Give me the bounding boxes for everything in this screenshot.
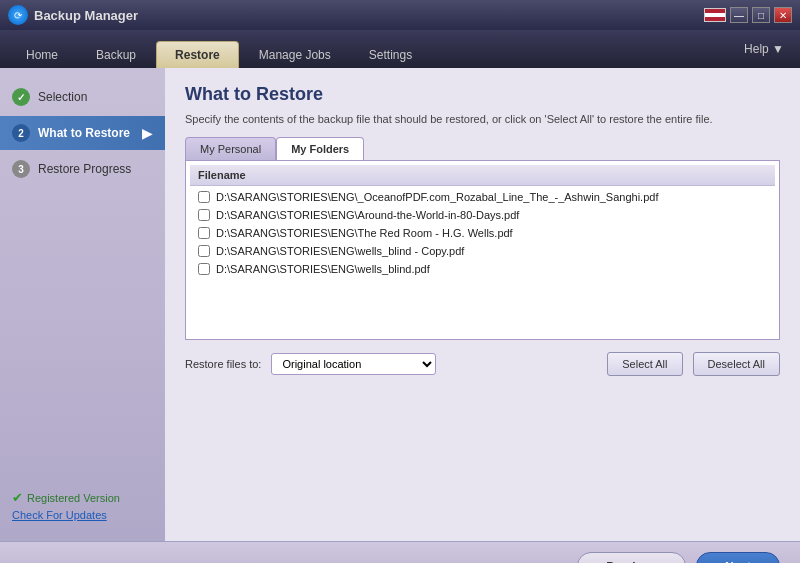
next-button[interactable]: Next (696, 552, 780, 564)
restore-files-label: Restore files to: (185, 358, 261, 370)
tab-home[interactable]: Home (8, 42, 76, 68)
step-label-1: Selection (38, 90, 87, 104)
registered-label: Registered Version (27, 492, 120, 504)
deselect-all-button[interactable]: Deselect All (693, 352, 780, 376)
step-label-3: Restore Progress (38, 162, 131, 176)
help-menu[interactable]: Help ▼ (736, 36, 792, 62)
restore-controls: Restore files to: Original location Sele… (185, 352, 780, 376)
file-path-4: D:\SARANG\STORIES\ENG\wells_blind - Copy… (216, 245, 464, 257)
tab-my-personal[interactable]: My Personal (185, 137, 276, 160)
file-item-2: D:\SARANG\STORIES\ENG\Around-the-World-i… (190, 206, 775, 224)
file-item-1: D:\SARANG\STORIES\ENG\_OceanofPDF.com_Ro… (190, 188, 775, 206)
step-num-3: 3 (12, 160, 30, 178)
main-layout: ✓ Selection 2 What to Restore ▶ 3 Restor… (0, 68, 800, 541)
title-bar-left: ⟳ Backup Manager (8, 5, 138, 25)
check-icon: ✔ (12, 490, 23, 505)
minimize-button[interactable]: — (730, 7, 748, 23)
title-bar-controls: — □ ✕ (704, 7, 792, 23)
file-checkbox-2[interactable] (198, 209, 210, 221)
file-list-container: Filename D:\SARANG\STORIES\ENG\_OceanofP… (185, 160, 780, 340)
app-icon: ⟳ (8, 5, 28, 25)
registered-version: ✔ Registered Version (12, 490, 153, 505)
sidebar-step-selection[interactable]: ✓ Selection (0, 80, 165, 114)
app-title: Backup Manager (34, 8, 138, 23)
previous-button[interactable]: Previous (577, 552, 686, 564)
flag-icon (704, 8, 726, 22)
file-checkbox-3[interactable] (198, 227, 210, 239)
file-checkbox-4[interactable] (198, 245, 210, 257)
step-num-2: 2 (12, 124, 30, 142)
tab-backup[interactable]: Backup (78, 42, 154, 68)
step-label-2: What to Restore (38, 126, 130, 140)
sidebar-step-what-to-restore[interactable]: 2 What to Restore ▶ (0, 116, 165, 150)
maximize-button[interactable]: □ (752, 7, 770, 23)
bottom-nav: Previous Next (0, 541, 800, 563)
file-checkbox-5[interactable] (198, 263, 210, 275)
content-area: What to Restore Specify the contents of … (165, 68, 800, 541)
file-item-3: D:\SARANG\STORIES\ENG\The Red Room - H.G… (190, 224, 775, 242)
tab-manage-jobs[interactable]: Manage Jobs (241, 42, 349, 68)
tab-settings[interactable]: Settings (351, 42, 430, 68)
title-bar: ⟳ Backup Manager — □ ✕ (0, 0, 800, 30)
sidebar-step-restore-progress[interactable]: 3 Restore Progress (0, 152, 165, 186)
file-path-1: D:\SARANG\STORIES\ENG\_OceanofPDF.com_Ro… (216, 191, 658, 203)
nav-bar: Home Backup Restore Manage Jobs Settings… (0, 30, 800, 68)
file-path-3: D:\SARANG\STORIES\ENG\The Red Room - H.G… (216, 227, 513, 239)
select-all-button[interactable]: Select All (607, 352, 682, 376)
file-item-4: D:\SARANG\STORIES\ENG\wells_blind - Copy… (190, 242, 775, 260)
step-num-1: ✓ (12, 88, 30, 106)
file-checkbox-1[interactable] (198, 191, 210, 203)
close-button[interactable]: ✕ (774, 7, 792, 23)
tab-my-folders[interactable]: My Folders (276, 137, 364, 160)
file-path-5: D:\SARANG\STORIES\ENG\wells_blind.pdf (216, 263, 430, 275)
content-description: Specify the contents of the backup file … (185, 113, 780, 125)
content-tab-bar: My Personal My Folders (185, 137, 780, 160)
sidebar-steps: ✓ Selection 2 What to Restore ▶ 3 Restor… (0, 80, 165, 186)
arrow-right-icon: ▶ (142, 125, 153, 141)
file-item-5: D:\SARANG\STORIES\ENG\wells_blind.pdf (190, 260, 775, 278)
tab-restore[interactable]: Restore (156, 41, 239, 68)
file-path-2: D:\SARANG\STORIES\ENG\Around-the-World-i… (216, 209, 519, 221)
restore-location-select[interactable]: Original location (271, 353, 436, 375)
sidebar: ✓ Selection 2 What to Restore ▶ 3 Restor… (0, 68, 165, 541)
sidebar-footer: ✔ Registered Version Check For Updates (0, 482, 165, 529)
check-updates-link[interactable]: Check For Updates (12, 509, 107, 521)
file-list-header: Filename (190, 165, 775, 186)
content-title: What to Restore (185, 84, 780, 105)
